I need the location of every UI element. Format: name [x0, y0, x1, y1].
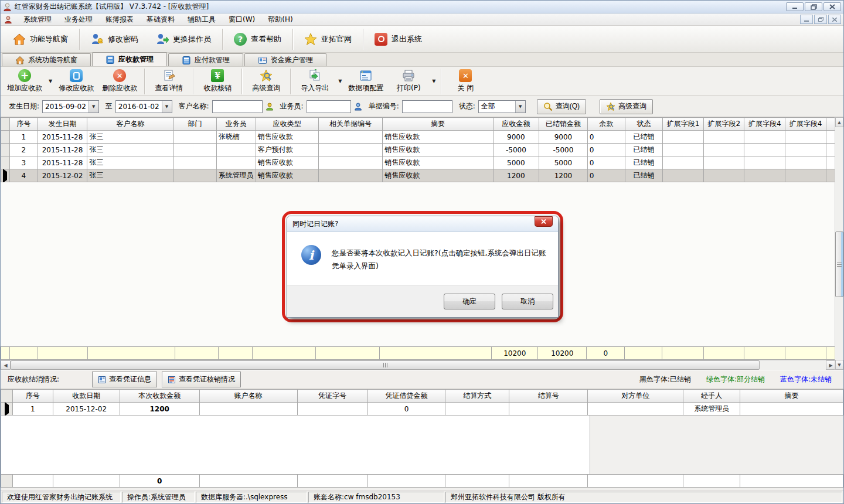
col-amount: 应收金额: [493, 118, 539, 131]
menu-business[interactable]: 业务处理: [58, 13, 99, 26]
scroll-left-arrow[interactable]: ◀: [1, 360, 11, 370]
exit-button[interactable]: 退出系统: [366, 28, 431, 50]
website-button[interactable]: 亚拓官网: [295, 28, 360, 50]
voucher-writeoff-icon: [168, 376, 176, 384]
menu-window[interactable]: 窗口(W): [222, 13, 261, 26]
col-date: 发生日期: [38, 118, 87, 131]
password-key-icon: [91, 33, 104, 46]
detail-total-amount: 0: [120, 475, 199, 488]
col-summary: 摘要: [740, 390, 843, 403]
date-to-picker[interactable]: 2016-01-02 ▼: [115, 100, 172, 113]
col-summary: 摘要: [383, 118, 493, 131]
view-detail-button[interactable]: 查看详情: [148, 68, 190, 95]
chevron-down-icon[interactable]: ▼: [515, 101, 525, 113]
app-icon: [3, 2, 12, 12]
customer-person-icon[interactable]: [266, 103, 274, 111]
menu-basedata[interactable]: 基础资料: [140, 13, 181, 26]
query-button[interactable]: 查询(Q): [537, 99, 586, 114]
writeoff-button[interactable]: ¥ 收款核销: [196, 68, 239, 95]
scrollbar-thumb[interactable]: [835, 231, 843, 297]
mdi-restore-button[interactable]: [814, 15, 827, 24]
docno-input[interactable]: [402, 100, 452, 113]
dialog-close-button[interactable]: [535, 216, 553, 227]
star-search-icon: [260, 69, 273, 82]
menu-bar: 系统管理 业务处理 账簿报表 基础资料 辅助工具 窗口(W) 帮助(H): [1, 13, 843, 26]
delete-receivable-button[interactable]: ✕ 删除应收款: [98, 68, 141, 95]
dialog-title: 同时记日记账?: [292, 219, 338, 229]
total-balance: 0: [587, 347, 625, 360]
scrollbar-track[interactable]: [760, 360, 826, 370]
menu-help[interactable]: 帮助(H): [261, 13, 299, 26]
view-voucher-writeoff-button[interactable]: 查看凭证核销情况: [162, 372, 241, 387]
chevron-down-icon[interactable]: ▼: [162, 101, 172, 113]
scroll-down-arrow[interactable]: ▼: [835, 360, 843, 370]
scrollbar-track[interactable]: [835, 297, 843, 360]
advanced-query-button[interactable]: 高级查询: [245, 68, 287, 95]
table-row[interactable]: 1 2015-12-02 1200 0 系统管理员: [1, 403, 843, 416]
help-button[interactable]: ? 查看帮助: [225, 28, 290, 50]
payment-detail-area: 序号 收款日期 本次收款金额 账户名称 凭证字号 凭证借贷金额 结算方式 结算号…: [1, 389, 843, 491]
add-icon: +: [18, 69, 31, 82]
mdi-close-button[interactable]: [828, 15, 841, 24]
tab-fund-accounts[interactable]: 资金账户管理: [244, 53, 326, 66]
import-export-dropdown-arrow[interactable]: ▼: [338, 79, 342, 84]
vertical-scrollbar[interactable]: ▲ ▼: [835, 117, 843, 370]
print-dropdown-arrow[interactable]: ▼: [432, 79, 435, 84]
tab-payable[interactable]: 应付款管理: [168, 53, 243, 66]
close-button[interactable]: [823, 2, 841, 11]
col-balance: 余款: [587, 118, 625, 131]
ok-button[interactable]: 确定: [444, 294, 495, 309]
menu-reports[interactable]: 账簿报表: [99, 13, 140, 26]
print-button[interactable]: 打印(P): [387, 68, 430, 95]
toolbar-separator: [292, 29, 293, 50]
nav-window-button[interactable]: 功能导航窗: [4, 28, 77, 50]
import-export-button[interactable]: 导入导出: [294, 68, 336, 95]
date-from-picker[interactable]: 2015-09-02 ▼: [42, 100, 99, 113]
mdi-minimize-button[interactable]: [800, 15, 813, 24]
table-row-selected[interactable]: 4 2015-12-02 张三 系统管理员 销售应收款 销售应收款 1200 1…: [1, 169, 836, 182]
status-select[interactable]: 全部 ▼: [478, 100, 526, 113]
add-receivable-button[interactable]: + 增加应收款: [3, 68, 46, 95]
horizontal-scrollbar[interactable]: ◀ ▶: [1, 360, 836, 370]
view-voucher-info-button[interactable]: 查看凭证信息: [92, 372, 157, 387]
col-settle-method: 结算方式: [445, 390, 509, 403]
dialog-title-bar[interactable]: 同时记日记账?: [287, 216, 558, 232]
switch-operator-button[interactable]: 更换操作员: [147, 28, 220, 50]
toolbar-separator: [144, 69, 145, 94]
customer-input[interactable]: [212, 100, 263, 113]
scroll-up-arrow[interactable]: ▲: [835, 117, 843, 127]
salesman-person-icon[interactable]: [354, 103, 362, 111]
scrollbar-thumb[interactable]: [11, 360, 760, 370]
color-legend: 黑色字体:已结销 绿色字体:部分结销 蓝色字体:未结销: [639, 374, 839, 384]
table-row[interactable]: 3 2015-11-28 张三 销售应收款 销售应收款 5000 5000 0 …: [1, 156, 836, 169]
salesman-input[interactable]: [307, 100, 351, 113]
chevron-down-icon[interactable]: ▼: [89, 101, 98, 113]
minimize-button[interactable]: [786, 2, 804, 11]
tab-receivable[interactable]: 应收款管理: [92, 52, 167, 66]
change-password-button[interactable]: 修改密码: [82, 28, 147, 50]
table-row[interactable]: 1 2015-11-28 张三 张晓楠 销售应收款 销售应收款 9000 900…: [1, 131, 836, 144]
edit-icon: [70, 69, 83, 82]
scrollbar-track[interactable]: [835, 127, 843, 231]
close-view-button[interactable]: ✕ 关 闭: [444, 68, 486, 95]
tab-system-nav[interactable]: 系统功能导航窗: [2, 53, 91, 66]
add-dropdown-arrow[interactable]: ▼: [49, 79, 52, 84]
edit-receivable-button[interactable]: 修改应收款: [55, 68, 98, 95]
import-export-icon: [308, 69, 321, 82]
printer-icon: [402, 69, 415, 82]
toolbar-separator: [441, 69, 441, 94]
cancel-button[interactable]: 取消: [502, 294, 553, 309]
col-handler: 经手人: [683, 390, 740, 403]
data-config-button[interactable]: 数据项配置: [344, 68, 387, 95]
restore-button[interactable]: [805, 2, 822, 11]
table-row[interactable]: 2 2015-11-28 张三 客户预付款 销售应收款 -5000 -5000 …: [1, 144, 836, 156]
total-amount: 10200: [492, 347, 538, 360]
menu-system[interactable]: 系统管理: [17, 13, 58, 26]
advanced-query-small-button[interactable]: 高级查询: [600, 99, 653, 114]
menu-tools[interactable]: 辅助工具: [181, 13, 222, 26]
star-icon: [304, 33, 317, 46]
filter-bar: 发生日期: 2015-09-02 ▼ 至 2016-01-02 ▼ 客户名称: …: [1, 96, 843, 117]
magnifier-icon: [543, 102, 553, 111]
toolbar-separator: [241, 69, 242, 94]
settle-label: 应收款结消情况:: [8, 374, 59, 384]
